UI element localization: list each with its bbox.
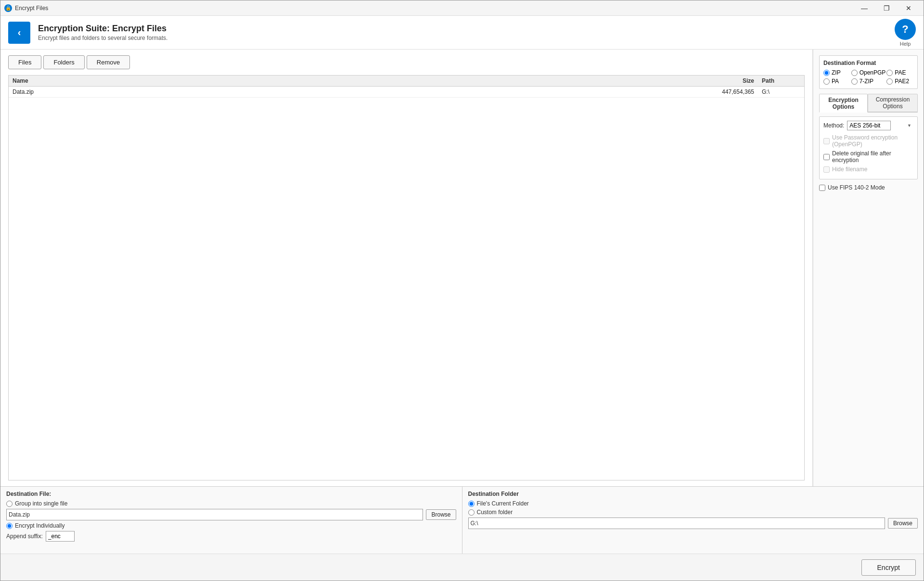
- restore-button[interactable]: ❐: [875, 0, 898, 16]
- method-label: Method:: [823, 122, 844, 129]
- tab-compression[interactable]: Compression Options: [868, 94, 918, 112]
- toolbar: Files Folders Remove: [8, 55, 805, 69]
- header-title-group: Encryption Suite: Encrypt Files Encrypt …: [38, 24, 167, 41]
- destination-format-title: Destination Format: [823, 60, 913, 66]
- tab-encryption[interactable]: Encryption Options: [819, 94, 868, 113]
- minimize-button[interactable]: —: [853, 0, 875, 16]
- format-7zip[interactable]: 7-ZIP: [851, 78, 886, 85]
- title-bar: 🔒 Encrypt Files — ❐ ✕: [0, 0, 924, 16]
- folder-path-input[interactable]: [468, 518, 885, 529]
- format-pae2[interactable]: PAE2: [886, 78, 913, 85]
- col-path-header: Path: [762, 77, 800, 84]
- format-pae-radio[interactable]: [886, 70, 893, 76]
- delete-original-checkbox-label[interactable]: Delete original file after encryption: [823, 150, 913, 164]
- files-current-radio[interactable]: [468, 501, 475, 507]
- format-pae2-radio[interactable]: [886, 78, 893, 85]
- use-password-checkbox-label[interactable]: Use Password encryption (OpenPGP): [823, 134, 913, 148]
- window-controls: — ❐ ✕: [853, 0, 920, 16]
- col-size-header: Size: [714, 77, 762, 84]
- fips-checkbox[interactable]: [819, 185, 825, 191]
- format-radio-grid: ZIP OpenPGP PAE PA: [823, 69, 913, 85]
- method-row: Method: AES 256-bit AES 128-bit 3DES: [823, 121, 913, 130]
- files-current-radio-label[interactable]: File's Current Folder: [468, 500, 918, 507]
- group-single-radio-label[interactable]: Group into single file: [6, 500, 456, 507]
- suffix-row: Append suffix:: [6, 531, 456, 542]
- page-title: Encryption Suite: Encrypt Files: [38, 24, 167, 34]
- format-openpgp-radio[interactable]: [851, 70, 858, 76]
- dest-file-title: Destination File:: [6, 491, 456, 497]
- custom-folder-radio[interactable]: [468, 509, 475, 516]
- hide-filename-checkbox: [823, 166, 830, 173]
- table-row[interactable]: Data.zip 447,654,365 G:\: [9, 87, 804, 98]
- format-openpgp[interactable]: OpenPGP: [851, 69, 886, 76]
- file-path: G:\: [762, 88, 800, 95]
- folder-path-row: Browse: [468, 518, 918, 529]
- help-button[interactable]: ?: [895, 19, 916, 40]
- custom-folder-radio-label[interactable]: Custom folder: [468, 509, 918, 516]
- file-size: 447,654,365: [714, 88, 762, 95]
- suffix-input[interactable]: [46, 531, 75, 542]
- back-button[interactable]: ‹: [8, 22, 30, 44]
- main-window: 🔒 Encrypt Files — ❐ ✕ ‹ Encryption Suite…: [0, 0, 924, 581]
- col-name-header: Name: [13, 77, 714, 84]
- help-label: Help: [900, 41, 911, 47]
- main-content: Files Folders Remove Name Size Path Data…: [0, 50, 924, 486]
- group-single-radio[interactable]: [6, 501, 13, 507]
- header-right: ? Help: [895, 19, 916, 47]
- destination-folder-panel: Destination Folder File's Current Folder…: [462, 487, 924, 554]
- encrypt-individually-radio[interactable]: [6, 523, 13, 529]
- close-button[interactable]: ✕: [898, 0, 920, 16]
- delete-original-checkbox[interactable]: [823, 154, 830, 160]
- format-zip[interactable]: ZIP: [823, 69, 850, 76]
- window-title: Encrypt Files: [15, 5, 853, 12]
- left-panel: Files Folders Remove Name Size Path Data…: [0, 50, 813, 486]
- file-input-row: Browse: [6, 509, 456, 520]
- encryption-options-box: Method: AES 256-bit AES 128-bit 3DES Use…: [819, 116, 918, 179]
- file-list-header: Name Size Path: [9, 76, 804, 87]
- file-browse-button[interactable]: Browse: [426, 509, 456, 520]
- format-pa-radio[interactable]: [823, 78, 830, 85]
- right-panel: Destination Format ZIP OpenPGP PAE: [813, 50, 924, 486]
- destination-format-box: Destination Format ZIP OpenPGP PAE: [819, 55, 918, 89]
- files-button[interactable]: Files: [8, 55, 41, 69]
- options-tabs: Encryption Options Compression Options: [819, 94, 918, 113]
- fips-checkbox-label[interactable]: Use FIPS 140-2 Mode: [819, 184, 918, 191]
- format-7zip-radio[interactable]: [851, 78, 858, 85]
- encrypt-individually-radio-label[interactable]: Encrypt Individually: [6, 522, 456, 529]
- bottom-panels: Destination File: Group into single file…: [0, 486, 924, 554]
- app-icon: 🔒: [4, 4, 12, 12]
- folder-browse-button[interactable]: Browse: [888, 518, 918, 529]
- dest-folder-title: Destination Folder: [468, 491, 918, 497]
- destination-file-panel: Destination File: Group into single file…: [0, 487, 462, 554]
- format-zip-radio[interactable]: [823, 70, 830, 76]
- hide-filename-checkbox-label[interactable]: Hide filename: [823, 166, 913, 173]
- encrypt-button[interactable]: Encrypt: [861, 559, 916, 576]
- use-password-checkbox: [823, 138, 830, 144]
- header-bar: ‹ Encryption Suite: Encrypt Files Encryp…: [0, 16, 924, 50]
- page-subtitle: Encrypt files and folders to several sec…: [38, 35, 167, 41]
- header-left: ‹ Encryption Suite: Encrypt Files Encryp…: [8, 22, 167, 44]
- format-pae[interactable]: PAE: [886, 69, 913, 76]
- action-bar: Encrypt: [0, 554, 924, 581]
- method-select-wrap: AES 256-bit AES 128-bit 3DES: [847, 121, 913, 130]
- remove-button[interactable]: Remove: [87, 55, 130, 69]
- file-list: Name Size Path Data.zip 447,654,365 G:\: [8, 75, 805, 480]
- method-select[interactable]: AES 256-bit AES 128-bit 3DES: [847, 121, 891, 130]
- folders-button[interactable]: Folders: [43, 55, 84, 69]
- file-name: Data.zip: [13, 88, 714, 95]
- file-path-input[interactable]: [6, 509, 423, 520]
- format-pa[interactable]: PA: [823, 78, 850, 85]
